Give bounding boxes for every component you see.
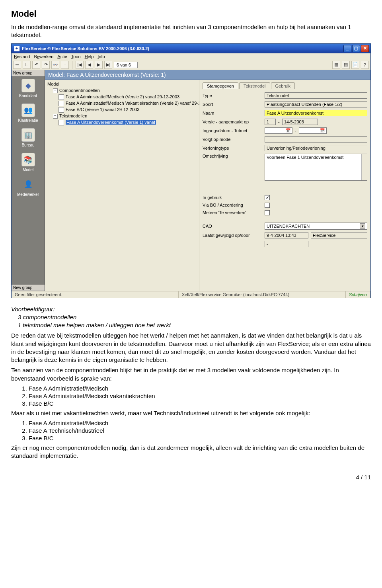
- tree-node-fase-a-uitzend[interactable]: Fase A Uitzendovereenkomst (Versie 1) va…: [58, 119, 197, 125]
- label-omschrijving: Omschrijving: [203, 154, 262, 158]
- nav-position: 6 van 6: [114, 62, 138, 68]
- status-mode: Schrijven: [346, 291, 370, 298]
- label-viabo: Via BO / Accordering: [203, 203, 262, 207]
- menu-bestand[interactable]: BBestandestand: [14, 54, 30, 59]
- nav-next-icon[interactable]: ▶: [95, 61, 103, 69]
- list-item: Fase A Administratief/Medisch: [29, 385, 371, 392]
- sidebar-group-top[interactable]: New group: [12, 70, 45, 76]
- checkbox-ingebruik[interactable]: ✓: [265, 195, 270, 200]
- properties-pane: Stamgegeven Tekstmodel Gebruik Type Teks…: [199, 80, 370, 291]
- sidebar-item-label: Medewerker: [12, 192, 45, 197]
- close-button[interactable]: ✕: [361, 45, 369, 52]
- sidebar-item-klantrelatie[interactable]: 👥 Klantrelatie: [12, 101, 45, 126]
- statusbar: Geen filter geselecteerd. Xelf/Xelf/Flex…: [12, 291, 370, 298]
- person-icon: ◆: [21, 79, 35, 92]
- label-cao: CAO: [203, 224, 262, 229]
- people-icon: 👥: [21, 104, 35, 117]
- toolbar: ☰ ☐ ↶ ↷ 👓 ⋮ |◀ ◀ ▶ ▶| 6 van 6 ▦ ▤ 📄 ?: [12, 60, 370, 70]
- titlebar: ✦ FlexService © FlexService Solutions BV…: [12, 44, 370, 53]
- menu-toon[interactable]: Toon: [71, 54, 81, 59]
- label-volgt: Volgt op model: [203, 137, 262, 142]
- tree-root-label: Model: [47, 82, 197, 86]
- list-item: Fase B/C: [29, 435, 371, 441]
- tool-help-icon[interactable]: ?: [361, 61, 369, 69]
- status-filter: Geen filter geselecteerd.: [12, 291, 179, 298]
- tree-pane: Model Componentmodellen Fase A Administr…: [45, 80, 199, 291]
- list-item: Fase B/C: [29, 400, 371, 407]
- tab-gebruik[interactable]: Gebruik: [271, 82, 295, 89]
- tool-forward-icon[interactable]: ↷: [42, 61, 50, 69]
- chevron-down-icon: ▾: [360, 223, 365, 229]
- menu-bewerken[interactable]: Bewerken: [34, 54, 53, 59]
- window-title: FlexService © FlexService Solutions BV 2…: [22, 46, 149, 51]
- label-verloning: Verloningtype: [203, 146, 262, 150]
- checkbox-meteen[interactable]: [265, 210, 270, 215]
- field-ingang-from[interactable]: 📅: [265, 127, 292, 134]
- label-laatst: Laatst gewijzigd op/door: [203, 233, 262, 238]
- tool-list-icon[interactable]: ▤: [342, 61, 350, 69]
- tool-view-icon[interactable]: 👓: [51, 61, 59, 69]
- tool-tree-icon[interactable]: ⋮: [61, 61, 69, 69]
- sidebar-item-bureau[interactable]: 🏢 Bureau: [12, 126, 45, 150]
- menu-info[interactable]: Info: [97, 54, 105, 59]
- scrollbar[interactable]: [361, 154, 367, 180]
- nav-last-icon[interactable]: ▶|: [104, 61, 112, 69]
- label-ingebruik: In gebruik: [203, 195, 262, 200]
- minimize-button[interactable]: _: [343, 45, 351, 52]
- tree-node-fase-a-vakantie[interactable]: Fase A Administratief/Medisch Vakantiekr…: [58, 100, 197, 106]
- field-verloning: Uurverloning/Periodeverloning: [265, 145, 367, 151]
- label-naam: Naam: [203, 111, 262, 115]
- tree-node-tekstmodellen[interactable]: Tekstmodellen Fase A Uitzendovereenkomst…: [53, 113, 197, 125]
- dropdown-cao[interactable]: UITZENDKRACHTEN ▾: [265, 223, 367, 230]
- field-type: Tekstmodel: [265, 92, 367, 99]
- menu-help[interactable]: Help: [85, 54, 94, 59]
- app-icon: ✦: [14, 46, 19, 51]
- field-versie-date: 14-5-2003: [282, 119, 318, 125]
- paragraph-4: Maar als u niet met vakantiekrachten wer…: [11, 409, 371, 417]
- field-laatst-dash: -: [265, 241, 308, 247]
- tool-open-icon[interactable]: ☐: [23, 61, 31, 69]
- building-icon: 🏢: [21, 128, 35, 142]
- tree-node-componentmodellen[interactable]: Componentmodellen Fase A Administratief/…: [53, 87, 197, 113]
- field-soort: Plaatsingcontract Uitzenden (Fase 1/2): [265, 101, 367, 107]
- sidebar-item-label: Klantrelatie: [12, 118, 45, 123]
- content-header: Model: Fase A Uitzendovereenkomst (Versi…: [45, 70, 370, 80]
- field-naam[interactable]: Fase A Uitzendovereenkomst: [265, 110, 367, 116]
- sidebar-item-model[interactable]: 📚 Model: [12, 150, 45, 175]
- page-title: Model: [11, 9, 371, 19]
- app-window: ✦ FlexService © FlexService Solutions BV…: [11, 43, 371, 298]
- checkbox-viabo[interactable]: [265, 203, 270, 208]
- nav-first-icon[interactable]: |◀: [76, 61, 84, 69]
- field-omschrijving[interactable]: Voorheen Fase 1 Uitzendovereenkomst: [265, 154, 367, 181]
- calendar-icon: 📅: [320, 128, 325, 133]
- label-type: Type: [203, 93, 262, 98]
- books-icon: 📚: [21, 153, 35, 166]
- worker-icon: 👤: [21, 178, 35, 191]
- list-1: Fase A Administratief/Medisch Fase A Adm…: [11, 385, 371, 407]
- field-versie-num: 1: [265, 119, 276, 125]
- label-meteen: Meteen 'Te verwerken': [203, 210, 262, 215]
- sidebar-item-kandidaat[interactable]: ◆ Kandidaat: [12, 76, 45, 101]
- tool-doc-icon[interactable]: 📄: [351, 61, 359, 69]
- field-laatst-date: 9-4-2004 13:43: [265, 232, 308, 238]
- sidebar-item-medewerker[interactable]: 👤 Medewerker: [12, 175, 45, 200]
- tool-back-icon[interactable]: ↶: [32, 61, 40, 69]
- label-ingang: Ingangsdatum - Totmet: [203, 128, 262, 133]
- paragraph-3: Ten aanzien van de componentmodellen bli…: [11, 366, 371, 383]
- paragraph-2: De reden dat we bij tekstmodellen uitleg…: [11, 332, 371, 364]
- tree-node-fase-a-admin[interactable]: Fase A Administratief/Medisch (Versie 2)…: [58, 94, 197, 100]
- intro-paragraph: In de modellen-range omvat de standaard …: [11, 23, 371, 39]
- tool-grid-icon[interactable]: ▦: [332, 61, 340, 69]
- list-item: Fase A Administratief/Medisch: [29, 420, 371, 426]
- list-item: Fase A Administratief/Medisch vakantiekr…: [29, 393, 371, 399]
- tab-tekstmodel[interactable]: Tekstmodel: [239, 82, 270, 89]
- menu-actie[interactable]: Actie: [57, 54, 67, 59]
- nav-prev-icon[interactable]: ◀: [85, 61, 93, 69]
- tool-new-icon[interactable]: ☰: [13, 61, 21, 69]
- maximize-button[interactable]: ▢: [352, 45, 360, 52]
- tree-node-fase-bc[interactable]: Fase B/C (Versie 1) vanaf 29-12-2003: [58, 106, 197, 113]
- sidebar-item-label: Bureau: [12, 143, 45, 147]
- field-ingang-to[interactable]: 📅: [299, 127, 327, 134]
- tab-stamgegeven[interactable]: Stamgegeven: [203, 82, 238, 89]
- sidebar-group-bottom[interactable]: New group: [12, 285, 45, 291]
